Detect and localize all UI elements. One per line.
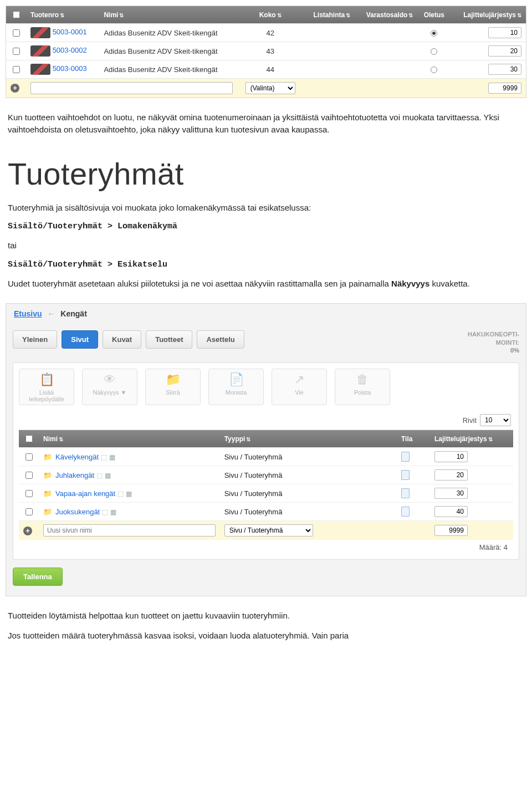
cube-icon: ⬚ [96,472,103,479]
col-tuotenro[interactable]: Tuotenro⇅ [26,6,99,24]
col-nimi[interactable]: Nimi⇅ [99,6,237,24]
tab-kuvat[interactable]: Kuvat [103,330,141,349]
cube-icon: ⬚ [102,508,108,516]
breadcrumb-separator: ← [47,309,55,318]
breadcrumb-current: Kengät [60,309,86,318]
sort-icon: ⇅ [119,12,124,18]
action-label: Vie [295,389,304,396]
sort-order-input[interactable] [434,469,468,481]
action-export[interactable]: ↗Vie [272,369,327,405]
sort-order-input[interactable] [434,488,468,499]
col-oletus: Oletus [417,6,451,24]
paragraph: Uudet tuoteryhmät asetetaan aluksi piilo… [8,278,524,290]
tab-asettelu[interactable]: Asettelu [197,330,244,349]
sort-icon: ⇅ [488,436,493,442]
rows-per-page: Rivit 10 [19,411,513,430]
col-lajittelu[interactable]: Lajittelujärjestys⇅ [451,6,526,24]
sort-order-input[interactable] [434,506,468,517]
rows-select[interactable]: 10 [480,414,511,426]
grid-icon: ▦ [109,453,115,461]
category-type: Sivu / Tuoteryhmä [220,503,397,521]
row-checkbox[interactable] [25,490,33,497]
heading-tuoteryhmat: Tuoteryhmät [8,156,524,192]
paragraph: Tuotteiden löytämistä helpottaa kun tuot… [8,610,524,622]
category-admin-panel: Etusivu ← Kengät YleinenSivutKuvatTuotte… [6,303,526,597]
product-size: 42 [237,24,303,42]
save-button[interactable]: Tallenna [13,568,63,586]
sort-order-input[interactable] [434,451,468,462]
category-link[interactable]: Vapaa-ajan kengät [55,489,115,498]
select-all-checkbox[interactable] [13,11,20,18]
default-radio[interactable] [431,30,437,37]
action-move[interactable]: 📁Siirrä [145,369,201,405]
action-duplicate[interactable]: 📄Monista [208,369,264,405]
grid-col-nimi[interactable]: Nimi⇅ [39,430,220,448]
category-link[interactable]: Juoksukengät [55,508,100,516]
sort-order-input[interactable] [488,45,521,57]
default-radio[interactable] [431,67,437,73]
category-type: Sivu / Tuoteryhmä [220,466,397,484]
col-varastosaldo[interactable]: Varastosaldo⇅ [355,6,417,24]
row-checkbox[interactable] [25,508,33,515]
status-icon[interactable] [401,507,410,517]
new-category-name-input[interactable] [43,524,216,536]
product-thumbnail [30,27,50,38]
col-koko[interactable]: Koko⇅ [237,6,303,24]
tab-sivut[interactable]: Sivut [62,330,98,349]
grid-select-all[interactable] [25,435,33,442]
action-label: Lisää leikepöydälle [29,389,64,402]
tab-bar: YleinenSivutKuvatTuotteetAsettelu HAKUKO… [13,330,519,355]
action-clipboard[interactable]: 📋Lisää leikepöydälle [19,369,74,405]
folder-icon: 📁 [43,489,52,498]
action-visibility[interactable]: 👁Näkyvyys ▼ [82,369,137,405]
row-checkbox[interactable] [13,29,20,37]
product-id-link[interactable]: 5003-0002 [53,46,87,54]
row-checkbox[interactable] [25,472,33,479]
size-select[interactable]: (Valinta) [245,82,295,94]
category-row: 📁Kävelykengät⬚▦Sivu / Tuoteryhmä [19,448,513,466]
delete-icon: 🗑 [337,372,387,387]
product-name: Adidas Busenitz ADV Skeit-tikengät [99,24,237,42]
category-type: Sivu / Tuoteryhmä [220,448,397,466]
category-link[interactable]: Kävelykengät [55,453,99,461]
sort-order-input[interactable] [488,27,521,38]
row-checkbox[interactable] [13,48,20,55]
add-icon[interactable]: + [23,527,32,535]
category-row: 📁Juoksukengät⬚▦Sivu / Tuoteryhmä [19,503,513,521]
new-category-sort-input[interactable] [434,525,468,536]
new-variant-sort-input[interactable] [488,83,521,94]
row-checkbox[interactable] [25,453,33,461]
seo-meter: HAKUKONEOPTI- MOINTI: 0% [468,330,519,355]
product-id-link[interactable]: 5003-0001 [53,28,87,36]
sort-icon: ⇅ [346,12,350,18]
row-count: Määrä: 4 [19,540,513,554]
folder-icon: 📁 [43,471,52,479]
grid-icon: ▦ [126,490,132,498]
grid-col-tyyppi[interactable]: Tyyppi⇅ [220,430,397,448]
cube-icon: ⬚ [101,453,107,461]
action-delete[interactable]: 🗑Poista [335,369,390,405]
grid-col-lajittelu[interactable]: Lajittelujärjestys⇅ [430,430,513,448]
product-row: 5003-0003Adidas Busenitz ADV Skeit-tiken… [6,60,526,79]
category-grid: Nimi⇅ Tyyppi⇅ Tila Lajittelujärjestys⇅ 📁… [19,430,513,540]
rows-label: Rivit [463,416,477,425]
breadcrumb-home[interactable]: Etusivu [14,309,42,318]
sort-order-input[interactable] [488,64,521,75]
tab-yleinen[interactable]: Yleinen [13,330,57,349]
new-category-type-select[interactable]: Sivu / Tuoteryhmä [224,524,313,536]
row-checkbox[interactable] [13,66,20,73]
category-row: 📁Vapaa-ajan kengät⬚▦Sivu / Tuoteryhmä [19,484,513,503]
product-size: 44 [237,60,303,79]
category-link[interactable]: Juhlakengät [55,471,94,479]
status-icon[interactable] [401,488,410,498]
status-icon[interactable] [401,470,410,480]
add-variant-row: + (Valinta) [6,79,526,98]
status-icon[interactable] [401,452,410,462]
col-listahinta[interactable]: Listahinta⇅ [303,6,355,24]
add-icon[interactable]: + [11,84,19,93]
grid-col-tila: Tila [397,430,430,448]
tab-tuotteet[interactable]: Tuotteet [146,330,192,349]
default-radio[interactable] [431,48,437,55]
product-id-link[interactable]: 5003-0003 [53,64,87,73]
new-variant-input[interactable] [30,82,233,94]
